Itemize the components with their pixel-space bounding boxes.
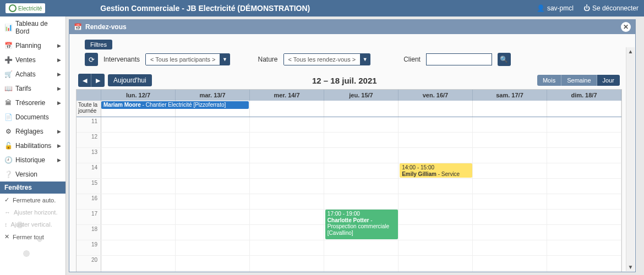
calendar-cell[interactable]	[399, 133, 473, 147]
calendar-cell[interactable]	[547, 179, 621, 194]
day-header-6[interactable]: dim. 18/7	[547, 90, 621, 101]
calendar-cell[interactable]	[399, 117, 473, 132]
sidebar-item-7[interactable]: ⚙ Réglages ▶	[0, 124, 66, 139]
calendar-cell[interactable]	[250, 133, 324, 147]
view-week-button[interactable]: Semaine	[561, 75, 597, 86]
calendar-cell[interactable]	[101, 117, 176, 132]
calendar-cell[interactable]	[101, 133, 176, 147]
day-header-5[interactable]: sam. 17/7	[473, 90, 547, 101]
calendar-cell[interactable]	[250, 179, 324, 194]
calendar-cell[interactable]	[250, 240, 324, 255]
calendar-cell[interactable]	[250, 117, 324, 132]
logout-button[interactable]: ⏻ Se déconnecter	[583, 4, 638, 12]
calendar-cell[interactable]	[250, 210, 324, 224]
calendar-cell[interactable]	[473, 271, 547, 272]
window-titlebar[interactable]: 📅 Rendez-vous ✕	[69, 20, 635, 34]
calendar-cell[interactable]	[176, 163, 250, 178]
calendar-cell[interactable]	[399, 210, 473, 224]
calendar-cell[interactable]	[324, 117, 399, 132]
calendar-cell[interactable]	[101, 256, 176, 271]
calendar-cell[interactable]	[176, 225, 250, 240]
user-menu[interactable]: 👤 sav-pmcl	[537, 4, 574, 12]
calendar-cell[interactable]	[250, 256, 324, 271]
sidebar-item-9[interactable]: 🕘 Historique ▶	[0, 153, 66, 167]
calendar-cell[interactable]	[250, 148, 324, 163]
calendar-cell[interactable]	[176, 133, 250, 147]
calendar-cell[interactable]	[250, 271, 324, 272]
calendar-cell[interactable]	[473, 210, 547, 224]
calendar-cell[interactable]	[473, 194, 547, 209]
calendar-cell[interactable]	[101, 148, 176, 163]
filters-pill[interactable]: Filtres	[85, 40, 112, 50]
view-month-button[interactable]: Mois	[537, 75, 561, 86]
calendar-cell[interactable]	[399, 179, 473, 194]
calendar-cell[interactable]	[547, 271, 621, 272]
calendar-cell[interactable]	[399, 148, 473, 163]
sidebar-item-3[interactable]: 🛒 Achats ▶	[0, 67, 66, 81]
day-header-2[interactable]: mer. 14/7	[250, 90, 324, 101]
calendar-cell[interactable]	[324, 148, 399, 163]
client-input[interactable]	[426, 53, 492, 65]
calendar-cell[interactable]	[176, 256, 250, 271]
sidebar-item-1[interactable]: 📅 Planning ▶	[0, 38, 66, 53]
nature-select[interactable]: < Tous les rendez-vous > ▼	[283, 53, 371, 65]
sidebar-item-10[interactable]: ❔ Version	[0, 167, 66, 182]
calendar-cell[interactable]	[473, 240, 547, 255]
prev-button[interactable]: ◀	[78, 74, 91, 87]
hour-grid[interactable]: 111213141516171819202117:00 - 19:00Charl…	[77, 117, 621, 272]
calendar-cell[interactable]	[101, 225, 176, 240]
calendar-cell[interactable]	[473, 117, 547, 132]
calendar-cell[interactable]	[473, 225, 547, 240]
close-icon[interactable]: ✕	[621, 22, 631, 32]
calendar-cell[interactable]	[250, 163, 324, 178]
calendar-cell[interactable]	[473, 179, 547, 194]
calendar-cell[interactable]	[101, 179, 176, 194]
calendar-cell[interactable]	[176, 179, 250, 194]
intervenants-select[interactable]: < Tous les participants > ▼	[145, 53, 230, 65]
calendar-cell[interactable]	[547, 163, 621, 178]
calendar-cell[interactable]	[176, 148, 250, 163]
calendar-cell[interactable]	[473, 133, 547, 147]
calendar-cell[interactable]	[176, 117, 250, 132]
calendar-cell[interactable]	[250, 194, 324, 209]
calendar-cell[interactable]	[547, 117, 621, 132]
day-header-4[interactable]: ven. 16/7	[399, 90, 473, 101]
calendar-cell[interactable]	[101, 240, 176, 255]
calendar-cell[interactable]	[473, 148, 547, 163]
calendar-cell[interactable]	[250, 225, 324, 240]
calendar-cell[interactable]	[547, 148, 621, 163]
refresh-button[interactable]: ⟳	[85, 53, 98, 66]
calendar-cell[interactable]	[547, 256, 621, 271]
calendar-cell[interactable]	[547, 240, 621, 255]
calendar-cell[interactable]	[101, 271, 176, 272]
allday-cell[interactable]	[250, 101, 324, 117]
today-button[interactable]: Aujourd'hui	[108, 74, 152, 86]
calendar-event[interactable]: 17:00 - 19:00Charlotte Potter - Prospect…	[325, 210, 398, 239]
allday-cell[interactable]	[324, 101, 399, 117]
search-button[interactable]: 🔍	[498, 53, 511, 66]
calendar-cell[interactable]	[473, 163, 547, 178]
calendar-cell[interactable]	[324, 256, 399, 271]
calendar-cell[interactable]	[399, 271, 473, 272]
calendar-cell[interactable]	[473, 256, 547, 271]
day-header-3[interactable]: jeu. 15/7	[324, 90, 399, 101]
calendar-cell[interactable]	[176, 271, 250, 272]
calendar-cell[interactable]	[547, 133, 621, 147]
sidebar-item-8[interactable]: 🔓 Habilitations ▶	[0, 139, 66, 153]
calendar-cell[interactable]	[324, 271, 399, 272]
calendar-cell[interactable]	[101, 194, 176, 209]
calendar-cell[interactable]	[324, 179, 399, 194]
sidebar-item-4[interactable]: 📖 Tarifs ▶	[0, 81, 66, 96]
allday-cell[interactable]	[473, 101, 547, 117]
view-day-button[interactable]: Jour	[597, 75, 620, 86]
next-button[interactable]: ▶	[91, 74, 105, 87]
day-header-0[interactable]: lun. 12/7	[101, 90, 176, 101]
calendar-cell[interactable]	[101, 163, 176, 178]
allday-event[interactable]: Mariam Moore - Chantier Electricité [Piz…	[101, 101, 249, 109]
calendar-cell[interactable]	[399, 240, 473, 255]
calendar-cell[interactable]	[176, 194, 250, 209]
calendar-cell[interactable]	[176, 210, 250, 224]
sidebar-item-0[interactable]: 📊 Tableau de Bord	[0, 16, 66, 38]
allday-cell[interactable]	[547, 101, 621, 117]
sidebar-item-5[interactable]: 🏛 Trésorerie ▶	[0, 96, 66, 110]
